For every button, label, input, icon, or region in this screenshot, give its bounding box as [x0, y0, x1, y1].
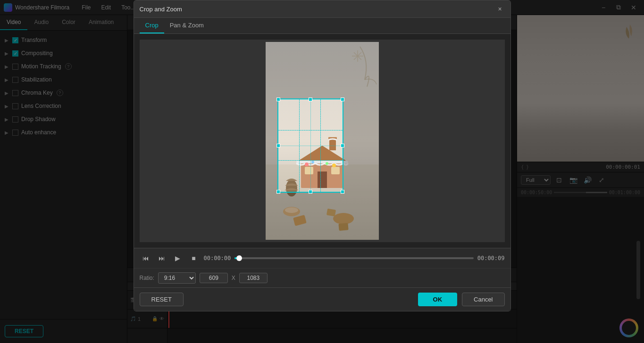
- preview-image: [266, 42, 379, 240]
- svg-point-19: [333, 213, 354, 224]
- svg-point-22: [285, 207, 298, 213]
- ratio-label: Ratio:: [140, 275, 154, 281]
- dialog-tab-crop[interactable]: Crop: [140, 18, 164, 33]
- svg-rect-24: [338, 223, 348, 231]
- dialog-ok-button[interactable]: OK: [418, 293, 458, 306]
- preview-canvas: [140, 40, 505, 242]
- x-separator: X: [232, 275, 235, 281]
- dialog-reset-button[interactable]: RESET: [140, 293, 184, 306]
- dialog-cancel-button[interactable]: Cancel: [462, 293, 504, 306]
- stop-button[interactable]: ■: [188, 252, 200, 264]
- handle-ml[interactable]: [276, 144, 280, 147]
- crosshair-v: [310, 99, 311, 192]
- dialog-body: [134, 34, 510, 248]
- width-input[interactable]: [200, 273, 228, 283]
- dialog-overlay: Crop and Zoom × Crop Pan & Zoom: [0, 0, 644, 343]
- end-time: 00:00:09: [477, 255, 505, 261]
- height-input[interactable]: [239, 273, 268, 283]
- handle-tr[interactable]: [341, 98, 344, 101]
- current-time: 00:00:00: [204, 255, 231, 261]
- progress-handle[interactable]: [236, 255, 242, 261]
- handle-bl[interactable]: [276, 190, 280, 194]
- progress-bar[interactable]: [234, 257, 473, 259]
- dialog-tabs: Crop Pan & Zoom: [134, 18, 510, 34]
- dialog-tab-pan-zoom[interactable]: Pan & Zoom: [164, 18, 209, 33]
- handle-tc[interactable]: [309, 98, 312, 101]
- handle-br[interactable]: [341, 190, 344, 194]
- dialog-actions: RESET OK Cancel: [134, 287, 510, 311]
- ratio-bar: Ratio: 9:16 16:9 1:1 4:3 Custom X: [134, 268, 510, 287]
- frame-back-button[interactable]: ⏭: [156, 252, 168, 264]
- handle-mr[interactable]: [341, 144, 344, 147]
- ratio-select[interactable]: 9:16 16:9 1:1 4:3 Custom: [158, 272, 196, 284]
- handle-tl[interactable]: [276, 98, 280, 101]
- dialog-titlebar: Crop and Zoom ×: [134, 0, 510, 18]
- dialog-title: Crop and Zoom: [140, 6, 495, 13]
- crop-region[interactable]: [277, 98, 343, 193]
- dialog-close-button[interactable]: ×: [495, 4, 505, 14]
- play-back-button[interactable]: ⏮: [140, 252, 152, 264]
- crop-zoom-dialog: Crop and Zoom × Crop Pan & Zoom: [134, 0, 511, 311]
- handle-bc[interactable]: [309, 190, 312, 194]
- play-button[interactable]: ▶: [172, 252, 184, 264]
- dialog-playback: ⏮ ⏭ ▶ ■ 00:00:00 00:00:09: [134, 248, 510, 268]
